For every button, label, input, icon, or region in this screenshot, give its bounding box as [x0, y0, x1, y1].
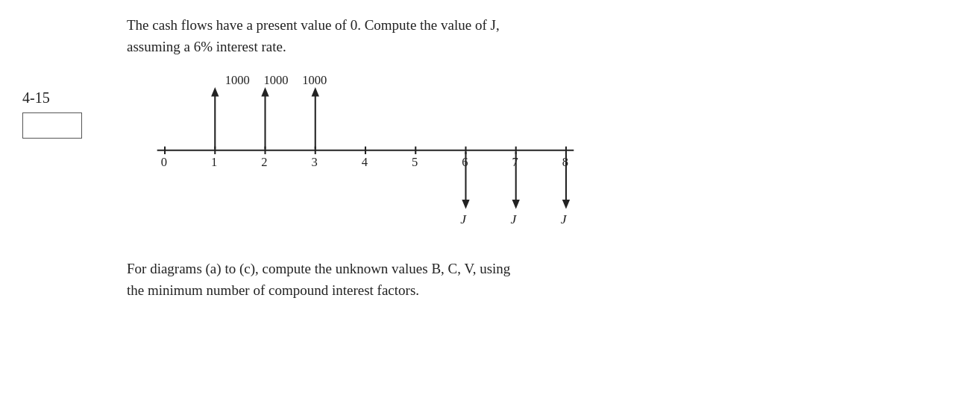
problem-text: The cash flows have a present value of 0… — [127, 15, 958, 57]
outflow-arrowhead-8 — [562, 200, 570, 209]
outflow-label-6: J — [460, 212, 467, 226]
cash-flow-diagram-area: 1000 1000 1000 0 1 2 3 — [142, 72, 589, 236]
problem-text-line1: The cash flows have a present value of 0… — [127, 17, 500, 33]
period-2: 2 — [261, 155, 267, 169]
outflow-label-7: J — [510, 212, 517, 226]
period-4: 4 — [362, 155, 368, 169]
inflow-label-3: 1000 — [302, 73, 327, 87]
outflow-arrowhead-6 — [462, 200, 469, 209]
bottom-line1: For diagrams (a) to (c), compute the unk… — [127, 261, 510, 276]
outflow-arrowhead-7 — [512, 200, 520, 209]
right-column: The cash flows have a present value of 0… — [112, 15, 958, 388]
page-container: 4-15 The cash flows have a present value… — [0, 0, 980, 403]
inflow-arrowhead-1 — [211, 87, 219, 96]
bottom-text: For diagrams (a) to (c), compute the unk… — [127, 258, 958, 301]
period-1: 1 — [211, 155, 217, 169]
inflow-label-2: 1000 — [263, 73, 288, 87]
period-3: 3 — [312, 155, 318, 169]
answer-box — [22, 112, 82, 139]
inflow-arrowhead-3 — [312, 87, 319, 96]
inflow-label-1: 1000 — [225, 73, 250, 87]
inflow-arrowhead-2 — [261, 87, 268, 96]
problem-label: 4-15 — [22, 89, 50, 107]
outflow-label-8: J — [561, 212, 568, 226]
bottom-line2: the minimum number of compound interest … — [127, 282, 419, 298]
period-5: 5 — [412, 155, 418, 169]
period-0: 0 — [161, 155, 167, 169]
left-column: 4-15 — [22, 15, 112, 388]
cash-flow-svg: 1000 1000 1000 0 1 2 3 — [142, 72, 589, 236]
problem-text-line2: assuming a 6% interest rate. — [127, 39, 286, 54]
